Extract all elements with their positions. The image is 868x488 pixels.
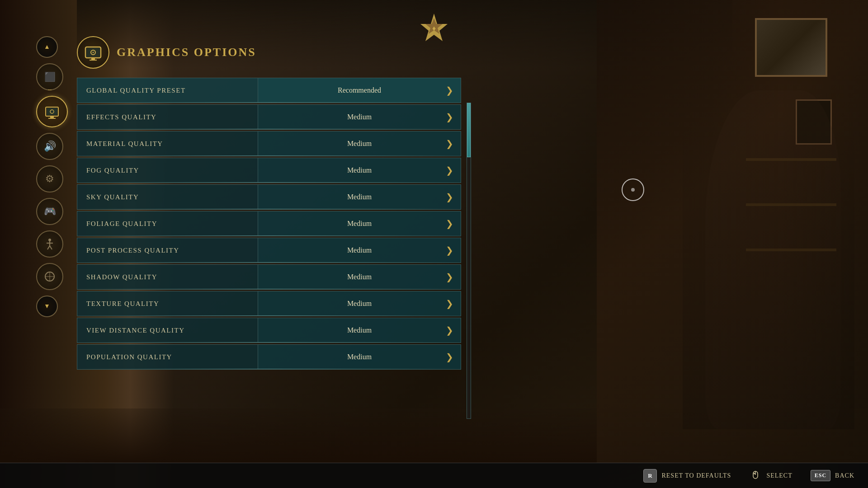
mouse-cursor-indicator [622,178,644,201]
sidebar-item-controller[interactable]: 🎮 [36,198,63,225]
esc-key-badge: Esc [811,470,830,481]
setting-value-texture-quality: Medium [347,300,372,308]
setting-label-material-quality: MATERIAL QUALITY [86,140,163,148]
display-icon: ⬛ [44,71,56,82]
sidebar-item-display[interactable]: ⬛ [36,63,63,90]
svg-point-24 [754,473,755,474]
svg-rect-18 [90,60,97,61]
setting-value-post-process-quality: Medium [347,246,372,254]
setting-value-shadow-quality: Medium [347,273,372,281]
back-action[interactable]: Esc BACK [811,470,854,481]
setting-label-effects-quality: EFFECTS QUALITY [86,113,156,121]
setting-row-effects-quality[interactable]: EFFECTS QUALITY Medium ❯ [77,104,461,130]
chevron-right-icon-4: ❯ [446,192,453,202]
chevron-right-icon-9: ❯ [446,325,453,336]
sidebar-item-accessibility[interactable] [36,230,63,258]
setting-row-sky-quality[interactable]: SKY QUALITY Medium ❯ [77,184,461,210]
setting-label-view-distance-quality: VIEW DISTANCE QUALITY [86,327,185,334]
chevron-right-icon-6: ❯ [446,245,453,256]
svg-text:♦: ♦ [432,24,436,32]
setting-row-shadow-quality[interactable]: SHADOW QUALITY Medium ❯ [77,264,461,290]
svg-rect-17 [91,58,95,60]
header-icon [77,36,109,69]
arrow-up-icon: ▲ [44,43,50,51]
setting-value-sky-quality: Medium [347,193,372,201]
svg-point-21 [93,52,94,53]
settings-header: GRAPHICS OPTIONS [77,36,461,69]
back-label: BACK [835,472,854,479]
sidebar-item-arrow-down[interactable]: ▼ [36,296,58,317]
svg-rect-4 [50,116,54,118]
setting-row-texture-quality[interactable]: TEXTURE QUALITY Medium ❯ [77,291,461,316]
chevron-right-icon-0: ❯ [446,85,453,96]
svg-rect-5 [48,118,56,119]
settings-list: GLOBAL QUALITY PRESET Recommended ❯ EFFE… [77,78,461,371]
setting-value-fog-quality: Medium [347,166,372,174]
svg-line-12 [50,246,52,249]
setting-label-post-process-quality: POST PROCESS QUALITY [86,247,179,254]
graphics-icon [44,103,60,120]
select-label: SELECT [766,472,792,479]
controller-icon: 🎮 [44,206,56,217]
bottom-action-bar: R RESET TO DEFAULTS SELECT Esc BACK [0,463,868,488]
reset-key-badge: R [643,469,657,483]
select-action: SELECT [749,469,792,482]
setting-row-global-quality-preset[interactable]: GLOBAL QUALITY PRESET Recommended ❯ [77,78,461,103]
setting-label-foliage-quality: FOLIAGE QUALITY [86,220,157,228]
sidebar-item-network[interactable] [36,263,63,290]
chevron-right-icon-5: ❯ [446,218,453,229]
chevron-right-icon-2: ❯ [446,138,453,149]
sidebar-item-audio[interactable]: 🔊 [36,133,63,160]
page-title: GRAPHICS OPTIONS [117,46,256,59]
main-content: GRAPHICS OPTIONS GLOBAL QUALITY PRESET R… [77,36,461,371]
setting-row-foliage-quality[interactable]: FOLIAGE QUALITY Medium ❯ [77,211,461,236]
setting-row-view-distance-quality[interactable]: VIEW DISTANCE QUALITY Medium ❯ [77,318,461,343]
setting-row-population-quality[interactable]: POPULATION QUALITY Medium ❯ [77,344,461,370]
accessibility-icon [43,238,56,250]
reset-label: RESET TO DEFAULTS [661,472,731,479]
setting-value-material-quality: Medium [347,140,372,148]
setting-label-sky-quality: SKY QUALITY [86,193,139,201]
svg-rect-6 [47,108,57,115]
sidebar-item-arrow-up[interactable]: ▲ [36,36,58,58]
mouse-icon [749,469,762,482]
svg-point-8 [48,239,51,241]
svg-line-11 [47,246,50,249]
setting-label-fog-quality: FOG QUALITY [86,167,139,174]
chevron-right-icon-1: ❯ [446,112,453,122]
chevron-right-icon-7: ❯ [446,272,453,282]
chevron-right-icon-8: ❯ [446,298,453,309]
setting-label-global-quality-preset: GLOBAL QUALITY PRESET [86,87,186,94]
scrollbar-thumb[interactable] [467,103,471,157]
setting-label-shadow-quality: SHADOW QUALITY [86,273,157,281]
reset-to-defaults-action[interactable]: R RESET TO DEFAULTS [643,469,731,483]
setting-label-texture-quality: TEXTURE QUALITY [86,300,159,308]
setting-value-foliage-quality: Medium [347,220,372,228]
scrollbar-track[interactable] [467,103,471,419]
audio-icon: 🔊 [44,141,56,152]
chevron-right-icon-10: ❯ [446,352,453,362]
setting-value-population-quality: Medium [347,353,372,361]
setting-label-population-quality: POPULATION QUALITY [86,353,172,361]
setting-row-material-quality[interactable]: MATERIAL QUALITY Medium ❯ [77,131,461,156]
sidebar: ▲ ⬛ 🔊 ⚙ 🎮 [36,36,68,317]
setting-row-post-process-quality[interactable]: POST PROCESS QUALITY Medium ❯ [77,238,461,263]
chevron-right-icon-3: ❯ [446,165,453,176]
setting-value-view-distance-quality: Medium [347,326,372,334]
setting-value-effects-quality: Medium [347,113,372,121]
sidebar-item-settings[interactable]: ⚙ [36,165,63,192]
gear-icon: ⚙ [45,173,54,185]
sidebar-item-graphics[interactable] [36,96,68,127]
arrow-down-icon: ▼ [44,303,50,310]
network-icon [43,270,56,283]
setting-value-global-quality-preset: Recommended [338,86,381,94]
setting-row-fog-quality[interactable]: FOG QUALITY Medium ❯ [77,158,461,183]
